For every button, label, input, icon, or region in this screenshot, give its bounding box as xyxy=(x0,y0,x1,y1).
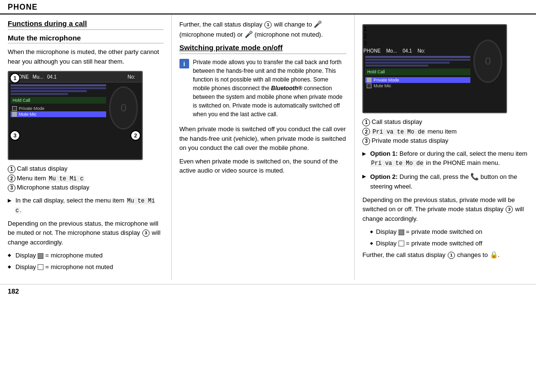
private-label-left: Private Mode xyxy=(19,106,44,111)
inline-circle-3-left: 3 xyxy=(142,230,150,237)
option-arrow-text-left: In the call display, select the menu ite… xyxy=(15,197,155,214)
screen-bottom-area-right: Private Mode Mute Mic xyxy=(365,77,470,89)
mute-checkbox-left xyxy=(12,112,17,117)
dial-knob-left: 0 xyxy=(109,86,138,130)
dial-area-right: 0 xyxy=(472,54,506,113)
private-label-right: Private Mode xyxy=(373,78,399,82)
checkbox-notmuted-left xyxy=(38,264,43,270)
screen-item-3-left xyxy=(11,90,87,92)
mute-label-right: Mute Mic xyxy=(373,83,391,88)
checkbox-muted-left xyxy=(38,253,43,259)
screen-bottom-area-left: Private Mode Mute Mic xyxy=(11,106,106,117)
screen-item-4-left xyxy=(11,93,68,95)
screen-mute-right: Mute Mic xyxy=(365,83,470,89)
page-header: PHONE xyxy=(0,0,536,14)
private-checkbox-left xyxy=(12,106,17,111)
num-item-2-left: 2 Menu item Mu te Mi c xyxy=(8,175,164,183)
circle-2-right: 2 xyxy=(362,128,370,135)
bluetooth-text: Bluetooth® xyxy=(271,85,302,92)
monospace-private-right: Pri va te Mo de xyxy=(371,129,426,135)
badge-1-left: 1 xyxy=(10,73,20,83)
inline-circle-3-right: 3 xyxy=(506,206,513,213)
lock-icon-right: 🔒 xyxy=(490,251,498,258)
monospace-muteitem-left: Mu te Mi c xyxy=(15,198,155,214)
num-item-1-left: 1 Call status display xyxy=(8,165,164,173)
circle-2-left: 2 xyxy=(8,175,15,182)
subsection-title-left: Mute the microphone xyxy=(8,34,164,42)
circle-3-right: 3 xyxy=(362,137,370,145)
option-2-text-right: Option 2: During the call, press the 📞 b… xyxy=(370,173,517,190)
screen-item-2-left xyxy=(11,87,106,89)
sub-bullet-on-right: Display = private mode switched on xyxy=(370,227,528,237)
screen-item-2-right xyxy=(365,59,470,61)
section-title-middle: Switching private mode on/off xyxy=(179,43,347,54)
badge-2-left: 2 xyxy=(130,130,141,141)
label-1-left: Call status display xyxy=(17,165,68,172)
sub-bullet-off-right: Display = private mode switched off xyxy=(370,239,528,248)
checkbox-off-right xyxy=(399,241,404,246)
checkbox-on-right xyxy=(399,230,404,235)
dial-area-left: 0 xyxy=(108,82,142,159)
screen-no-label-left: No: xyxy=(127,74,135,80)
badge-2-right: 2 xyxy=(363,32,506,40)
circle-3-left: 3 xyxy=(8,184,15,192)
screen-mute-left: Mute Mic xyxy=(11,111,106,117)
para-switch-middle: When private mode is switched off you co… xyxy=(179,124,347,153)
label-3-left: Microphone status display xyxy=(17,184,89,191)
screen-item-3-right xyxy=(365,62,449,64)
screen-num-label-right: 04.1 xyxy=(402,48,412,54)
badge-1-right: 1 xyxy=(363,25,506,32)
bullet-muted-left: Display = microphone muted xyxy=(8,251,164,260)
option1-bold-right: Option 1: xyxy=(370,150,398,157)
mute-label-left: Mute Mic xyxy=(19,112,37,117)
section-title-left: Functions during a call xyxy=(8,19,164,30)
para2-left: Depending on the previous status, the mi… xyxy=(8,219,164,247)
further-right: Further, the call status display 1 chang… xyxy=(362,250,528,260)
dial-knob-right: 0 xyxy=(473,40,502,83)
screen-no-label-right: No: xyxy=(417,48,425,54)
screen-item-1-right xyxy=(365,56,470,58)
screen-top-bar-left: PHONE Mu... 04.1 No: xyxy=(9,72,142,82)
num-item-2-right: 2 Pri va te Mo de menu item xyxy=(362,128,528,136)
num-item-3-left: 3 Microphone status display xyxy=(8,184,164,192)
phone-icon-right: 📞 xyxy=(470,173,479,180)
dep-text-right: Depending on the previous status, privat… xyxy=(362,195,528,224)
numbered-list-left: 1 Call status display 2 Menu item Mu te … xyxy=(8,165,164,192)
option2-bold-right: Option 2: xyxy=(370,173,398,180)
page-content: Functions during a call Mute the microph… xyxy=(0,14,536,280)
option-arrow-left: In the call display, select the menu ite… xyxy=(8,196,164,215)
page-footer: 182 xyxy=(0,284,536,298)
label-1-right: Call status display xyxy=(371,118,422,125)
screen-hold-right: Hold Call xyxy=(365,68,470,75)
screen-phone-label-right: PHONE xyxy=(363,48,381,54)
col-middle: Further, the call status display 1 will … xyxy=(172,14,355,280)
info-icon-middle: i xyxy=(179,59,189,68)
screen-item-1-left xyxy=(11,84,106,86)
option-1-text-right: Option 1: Before or during the call, sel… xyxy=(370,150,527,167)
screen-num-label-left: 04.1 xyxy=(47,74,56,80)
bullet-notmuted-left: Display = microphone not muted xyxy=(8,262,164,272)
phone-screenshot-right: 1 2 3 PHONE Mo... 04.1 No: Hold Call xyxy=(362,24,507,113)
private-checkbox-right xyxy=(367,78,371,82)
screen-hold-left: Hold Call xyxy=(11,97,106,104)
info-box-middle: i Private mode allows you to transfer th… xyxy=(179,58,347,119)
option-1-right: Option 1: Before or during the call, sel… xyxy=(362,149,528,168)
label-2-right: Pri va te Mo de menu item xyxy=(371,128,456,135)
num-item-3-right: 3 Private mode status display xyxy=(362,137,528,145)
monospace-opt1-right: Pri va te Mo de xyxy=(370,160,424,167)
label-3-right: Private mode status display xyxy=(371,137,448,144)
numbered-list-right: 1 Call status display 2 Pri va te Mo de … xyxy=(362,118,528,145)
inline-circle-1-middle: 1 xyxy=(264,21,272,28)
monospace-mute-left: Mu te Mi c xyxy=(48,176,84,182)
circle-1-right: 1 xyxy=(362,119,370,126)
screen-item-4-right xyxy=(365,65,428,67)
screen-private-right: Private Mode xyxy=(365,77,470,83)
mic-muted-icon: 🎤 xyxy=(314,20,322,28)
num-item-1-right: 1 Call status display xyxy=(362,118,528,126)
page-number: 182 xyxy=(8,287,19,295)
screen-mu-label-left: Mu... xyxy=(33,74,43,80)
screen-mo-label-right: Mo... xyxy=(386,48,397,54)
bullet-list-left: Display = microphone muted Display = mic… xyxy=(8,251,164,271)
inline-circle-1-further-right: 1 xyxy=(448,252,455,259)
phone-screenshot-left: 1 2 3 PHONE Mu... 04.1 No: Hold Call xyxy=(8,71,143,160)
